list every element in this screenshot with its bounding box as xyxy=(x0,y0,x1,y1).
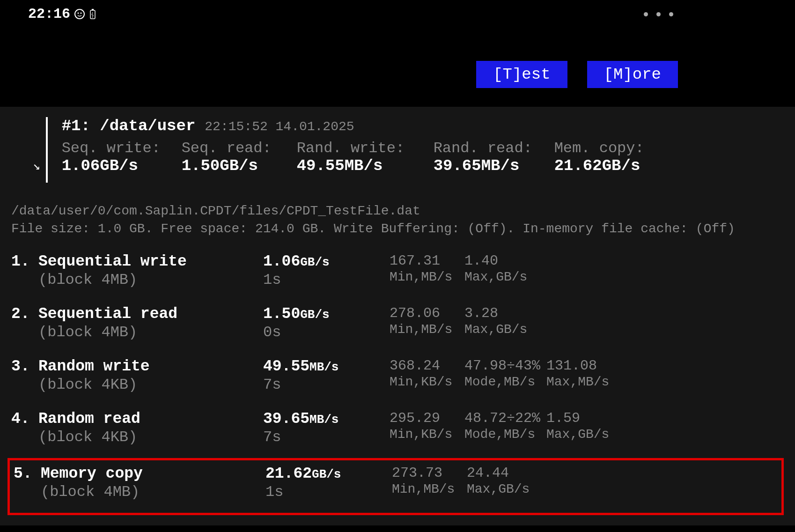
test-block: (block 4MB) xyxy=(41,483,265,501)
test-button[interactable]: [T]est xyxy=(476,61,567,88)
clock: 22:16 xyxy=(28,6,70,22)
app-icon xyxy=(74,8,85,20)
content-area: ↘ #1: /data/user 22:15:52 14.01.2025 Seq… xyxy=(0,107,795,525)
test-block: (block 4MB) xyxy=(38,324,263,341)
test-speed: 1.06 xyxy=(263,253,300,270)
test-row-seq-write: 1. Sequential write (block 4MB) 1.06GB/s… xyxy=(11,248,784,301)
test-row-rand-write: 3. Random write (block 4KB) 49.55MB/s 7s… xyxy=(11,353,784,406)
arrow-down-right-icon: ↘ xyxy=(33,158,40,173)
svg-point-1 xyxy=(78,13,79,14)
test-duration: 7s xyxy=(263,376,390,393)
test-block: (block 4KB) xyxy=(38,429,263,446)
status-bar: 22:16 xyxy=(0,0,795,28)
svg-rect-4 xyxy=(92,9,94,10)
metric-seq-read: Seq. read: 1.50GB/s xyxy=(182,140,297,175)
test-row-mem-copy: 5. Memory copy (block 4MB) 21.62GB/s 1s … xyxy=(7,458,784,515)
file-path: /data/user/0/com.Saplin.CPDT/files/CPDT_… xyxy=(11,202,784,220)
tests-list: 1. Sequential write (block 4MB) 1.06GB/s… xyxy=(11,248,784,515)
test-name: Sequential read xyxy=(38,305,263,323)
status-left: 22:16 xyxy=(28,6,96,22)
metrics-row: Seq. write: 1.06GB/s Seq. read: 1.50GB/s… xyxy=(62,140,674,175)
test-duration: 1s xyxy=(263,271,390,288)
test-block: (block 4KB) xyxy=(38,376,263,393)
test-speed: 1.50 xyxy=(263,305,300,323)
test-duration: 1s xyxy=(265,483,392,501)
status-icons xyxy=(74,8,96,20)
vertical-divider xyxy=(46,117,48,183)
run-timestamp: 22:15:52 14.01.2025 xyxy=(205,119,354,134)
svg-point-0 xyxy=(75,9,84,19)
battery-icon xyxy=(89,8,96,20)
svg-rect-3 xyxy=(90,10,95,19)
test-speed: 21.62 xyxy=(265,465,312,482)
overflow-menu-icon[interactable] xyxy=(644,12,673,16)
result-summary: ↘ #1: /data/user 22:15:52 14.01.2025 Seq… xyxy=(11,117,784,183)
run-label: #1: /data/user xyxy=(62,117,196,135)
test-duration: 0s xyxy=(263,324,390,341)
svg-point-2 xyxy=(81,13,82,14)
test-name: Memory copy xyxy=(41,465,265,482)
file-info: /data/user/0/com.Saplin.CPDT/files/CPDT_… xyxy=(11,202,784,238)
test-name: Sequential write xyxy=(38,253,263,270)
test-row-rand-read: 4. Random read (block 4KB) 39.65MB/s 7s … xyxy=(11,406,784,458)
metric-mem-copy: Mem. copy: 21.62GB/s xyxy=(554,140,674,175)
metric-rand-write: Rand. write: 49.55MB/s xyxy=(297,140,434,175)
metric-rand-read: Rand. read: 39.65MB/s xyxy=(434,140,554,175)
test-speed: 39.65 xyxy=(263,410,309,428)
more-button[interactable]: [M]ore xyxy=(587,61,678,88)
toolbar: [T]est [M]ore xyxy=(0,28,795,107)
test-block: (block 4MB) xyxy=(38,271,263,288)
test-name: Random read xyxy=(38,410,263,428)
test-duration: 7s xyxy=(263,429,390,446)
test-row-seq-read: 2. Sequential read (block 4MB) 1.50GB/s … xyxy=(11,301,784,353)
metric-seq-write: Seq. write: 1.06GB/s xyxy=(62,140,182,175)
test-name: Random write xyxy=(38,358,263,375)
test-speed: 49.55 xyxy=(263,358,309,375)
file-details: File size: 1.0 GB. Free space: 214.0 GB.… xyxy=(11,220,784,238)
